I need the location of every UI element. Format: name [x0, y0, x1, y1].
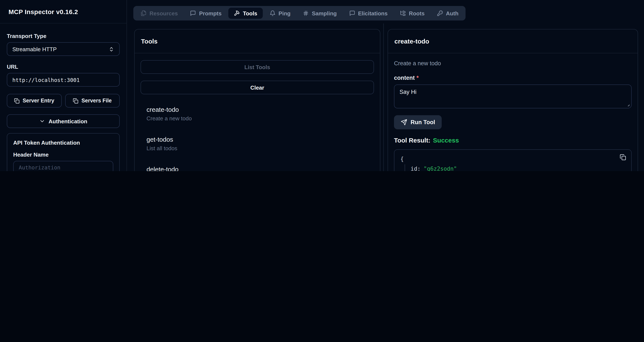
header-name-label: Header Name: [13, 151, 113, 158]
resize-handle-icon[interactable]: [626, 103, 630, 107]
hash-icon: [303, 10, 309, 16]
tool-detail-panel: create-todo Create a new todo content* S…: [388, 29, 638, 171]
tool-detail-header: create-todo: [388, 30, 638, 53]
sidebar: MCP Inspector v0.16.2 Transport Type Str…: [0, 0, 127, 171]
list-tools-button[interactable]: List Tools: [140, 60, 374, 74]
tab-sampling[interactable]: Sampling: [297, 8, 342, 19]
tab-label: Roots: [409, 10, 425, 17]
sidebar-body: Transport Type Streamable HTTP URL Serve…: [0, 24, 126, 171]
tools-panel: Tools List Tools Clear create-todo Creat…: [134, 29, 380, 171]
servers-file-button[interactable]: Servers File: [65, 94, 120, 107]
tool-name: create-todo: [146, 106, 368, 113]
run-tool-label: Run Tool: [410, 119, 435, 125]
files-icon: [140, 10, 146, 16]
api-token-auth-title: API Token Authentication: [13, 139, 113, 146]
tool-detail-description: Create a new todo: [394, 60, 632, 67]
bell-icon: [270, 10, 276, 16]
tool-description: Create a new todo: [146, 115, 368, 122]
tab-label: Sampling: [312, 10, 337, 17]
content-textarea-value: Say Hi: [400, 89, 416, 95]
authentication-toggle-label: Authentication: [48, 118, 87, 124]
tab-ping[interactable]: Ping: [264, 8, 296, 19]
server-entry-label: Server Entry: [22, 98, 54, 104]
json-key: id:: [410, 165, 420, 171]
transport-type-value: Streamable HTTP: [12, 46, 57, 52]
folder-tree-icon: [400, 10, 406, 16]
tool-result-label: Tool Result:: [394, 136, 430, 144]
hammer-icon: [234, 10, 240, 16]
tool-description: List all todos: [146, 145, 368, 151]
main-area: Resources Prompts Tools Ping Sampling El…: [127, 0, 644, 171]
message-square-icon: [349, 10, 355, 16]
run-tool-button[interactable]: Run Tool: [394, 115, 442, 129]
key-icon: [437, 10, 443, 16]
tool-name: delete-todo: [146, 165, 368, 171]
tab-label: Prompts: [199, 10, 222, 17]
header-name-input[interactable]: [13, 161, 113, 171]
tool-name: get-todos: [146, 136, 368, 143]
tab-resources[interactable]: Resources: [135, 8, 183, 19]
sidebar-header: MCP Inspector v0.16.2: [0, 0, 126, 24]
url-label: URL: [7, 64, 120, 70]
vertical-split-divider[interactable]: [383, 24, 384, 171]
tool-detail-title: create-todo: [394, 38, 429, 45]
tool-list-item[interactable]: get-todos List all todos: [146, 136, 368, 151]
tab-label: Elicitations: [358, 10, 388, 17]
copy-icon: [73, 98, 78, 103]
tool-list-item[interactable]: delete-todo Delete a todo by id: [146, 165, 368, 171]
tab-label: Resources: [150, 10, 178, 17]
tool-list-item[interactable]: create-todo Create a new todo: [146, 106, 368, 122]
app-title: MCP Inspector v0.16.2: [8, 8, 78, 15]
tab-bar: Resources Prompts Tools Ping Sampling El…: [133, 6, 466, 21]
transport-type-label: Transport Type: [7, 33, 120, 39]
tool-result-status: Success: [433, 136, 459, 144]
tab-elicitations[interactable]: Elicitations: [344, 8, 393, 19]
api-token-auth-card: API Token Authentication Header Name Bea…: [7, 133, 120, 171]
transport-type-select[interactable]: Streamable HTTP: [7, 42, 120, 56]
json-open-brace: {: [400, 154, 625, 164]
tab-auth[interactable]: Auth: [432, 8, 464, 19]
tab-label: Ping: [278, 10, 290, 17]
chevrons-up-down-icon: [108, 46, 114, 52]
json-rows: id:"q6z2sodn" content:"Say Hi" ownerId:"…: [405, 164, 625, 171]
servers-file-label: Servers File: [82, 98, 112, 104]
mcp-inspector-app: MCP Inspector v0.16.2 Transport Type Str…: [0, 0, 644, 171]
tools-panel-body: List Tools Clear create-todo Create a ne…: [134, 53, 380, 171]
copy-buttons-row: Server Entry Servers File: [7, 94, 120, 107]
field-label-text: content: [394, 75, 415, 81]
copy-result-button[interactable]: [620, 154, 626, 162]
url-input[interactable]: [7, 73, 120, 87]
tool-list: create-todo Create a new todo get-todos …: [140, 94, 374, 171]
tool-detail-body: Create a new todo content* Say Hi Run To…: [388, 53, 638, 171]
authentication-toggle[interactable]: Authentication: [7, 114, 120, 128]
tab-prompts[interactable]: Prompts: [185, 8, 227, 19]
json-value: "q6z2sodn": [424, 165, 457, 171]
clear-tools-button[interactable]: Clear: [140, 81, 374, 94]
tab-roots[interactable]: Roots: [394, 8, 430, 19]
tab-label: Auth: [446, 10, 458, 17]
message-square-icon: [190, 10, 196, 16]
copy-icon: [14, 98, 20, 103]
required-asterisk: *: [416, 75, 419, 81]
tab-tools[interactable]: Tools: [228, 8, 262, 19]
chevron-down-icon: [39, 118, 45, 124]
server-entry-button[interactable]: Server Entry: [7, 94, 62, 107]
content-field-label: content*: [394, 75, 632, 81]
tools-panel-header: Tools: [134, 30, 380, 53]
tool-result-line: Tool Result:Success: [394, 136, 632, 144]
tools-panel-title: Tools: [141, 38, 158, 45]
json-row: id:"q6z2sodn": [410, 164, 625, 171]
tool-result-json: { id:"q6z2sodn" content:"Say Hi" ownerId…: [394, 149, 632, 171]
tab-label: Tools: [243, 10, 257, 17]
copy-icon: [620, 154, 626, 160]
content-textarea[interactable]: Say Hi: [394, 84, 632, 108]
send-icon: [401, 119, 407, 125]
